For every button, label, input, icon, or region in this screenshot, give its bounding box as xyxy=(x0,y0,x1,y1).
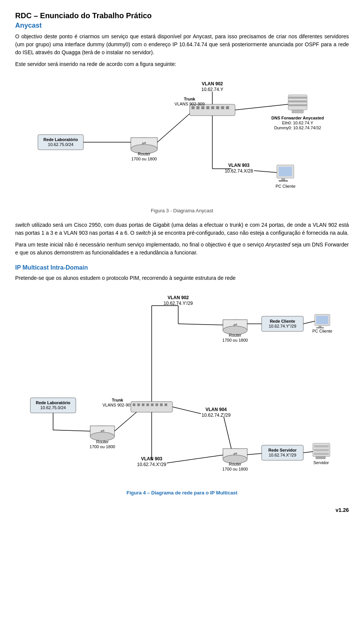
svg-text:10.62.74.Y''/29: 10.62.74.Y''/29 xyxy=(269,324,297,328)
svg-text:VLAN 904: VLAN 904 xyxy=(206,407,227,412)
svg-rect-67 xyxy=(133,403,135,406)
paragraph-4: Para um teste inicial não é necessário n… xyxy=(15,241,349,257)
svg-rect-73 xyxy=(160,403,163,406)
paragraph-2: Este servidor será inserido na rede de a… xyxy=(15,60,349,68)
svg-text:10.62.74.X'/29: 10.62.74.X'/29 xyxy=(137,462,166,467)
svg-line-61 xyxy=(178,324,223,325)
svg-text:⇌: ⇌ xyxy=(142,140,146,146)
svg-line-29 xyxy=(157,114,190,142)
svg-text:Dummy0: 10.62.74.74/32: Dummy0: 10.62.74.74/32 xyxy=(274,126,321,130)
svg-text:⇌: ⇌ xyxy=(100,428,105,434)
svg-rect-72 xyxy=(155,403,158,406)
svg-line-112 xyxy=(247,454,262,455)
svg-rect-110 xyxy=(316,457,325,459)
svg-rect-14 xyxy=(201,106,204,109)
svg-text:⇌: ⇌ xyxy=(233,451,237,457)
page-footer: v1.26 xyxy=(15,507,349,513)
svg-text:Router: Router xyxy=(229,333,241,337)
svg-rect-18 xyxy=(221,106,224,109)
version-label: v1.26 xyxy=(336,507,349,513)
svg-rect-57 xyxy=(318,326,322,327)
svg-text:10.62.74.Z'/29: 10.62.74.Z'/29 xyxy=(202,413,231,418)
svg-text:DNS Forwarder Anycasted: DNS Forwarder Anycasted xyxy=(271,116,324,120)
svg-text:Rede Servidor: Rede Servidor xyxy=(268,448,297,452)
svg-text:Rede Laboratório: Rede Laboratório xyxy=(43,137,78,142)
svg-text:VLAN 902: VLAN 902 xyxy=(202,81,223,86)
svg-rect-3 xyxy=(288,97,307,99)
svg-rect-6 xyxy=(292,110,303,113)
svg-text:10.62.74.Y: 10.62.74.Y xyxy=(201,87,223,92)
svg-rect-107 xyxy=(314,445,329,447)
svg-text:Router: Router xyxy=(229,462,241,466)
svg-text:VLANS 902-909: VLANS 902-909 xyxy=(174,102,205,106)
svg-rect-66 xyxy=(131,402,173,412)
svg-rect-19 xyxy=(226,106,229,109)
svg-rect-40 xyxy=(281,178,285,180)
page-title: RDC – Enunciado do Trabalho Prático xyxy=(15,11,349,20)
svg-rect-71 xyxy=(151,403,154,406)
svg-text:PC Cliente: PC Cliente xyxy=(276,184,296,188)
svg-text:PC Cliente: PC Cliente xyxy=(312,329,333,333)
section2-title: IP Multicast Intra-Domain xyxy=(15,264,349,271)
svg-rect-13 xyxy=(196,106,199,109)
svg-line-102 xyxy=(224,417,231,449)
svg-rect-108 xyxy=(314,449,329,451)
svg-line-43 xyxy=(254,171,277,173)
svg-text:10.62.74.X/28: 10.62.74.X/28 xyxy=(225,168,253,174)
svg-text:1700 ou 1800: 1700 ou 1800 xyxy=(131,157,157,161)
diagram-3: VLAN 902 10.62.74.Y DNS Forwarder Anycas… xyxy=(15,76,349,213)
section1-title: Anycast xyxy=(15,22,349,30)
svg-rect-12 xyxy=(191,106,195,109)
diagram4-svg: VLAN 902 10.62.74.Y'/29 ⇌ Router 1700 ou… xyxy=(19,290,345,487)
svg-text:Router: Router xyxy=(96,439,108,444)
svg-rect-5 xyxy=(288,104,307,106)
svg-line-91 xyxy=(173,407,201,414)
svg-rect-39 xyxy=(279,167,292,176)
paragraph-5: Pretende-se que os alunos estudem o prot… xyxy=(15,274,349,282)
paragraph-3: switch utilizado será um Cisco 2950, com… xyxy=(15,221,349,237)
svg-line-101 xyxy=(167,455,223,463)
svg-text:⇌: ⇌ xyxy=(233,322,237,328)
svg-text:10.62.75.0/24: 10.62.75.0/24 xyxy=(48,142,73,147)
svg-text:Eth0: 10.62.74.Y: Eth0: 10.62.74.Y xyxy=(282,121,314,125)
svg-rect-109 xyxy=(314,453,329,455)
svg-line-86 xyxy=(115,412,136,431)
svg-line-20 xyxy=(235,104,288,110)
svg-rect-74 xyxy=(165,403,167,406)
svg-text:1700 ou 1800: 1700 ou 1800 xyxy=(222,467,248,471)
svg-text:10.62.74.X''/29: 10.62.74.X''/29 xyxy=(269,453,297,457)
svg-rect-58 xyxy=(316,327,324,328)
svg-text:Trunk: Trunk xyxy=(184,97,196,101)
svg-rect-69 xyxy=(142,403,144,406)
paragraph-1: O objectivo deste ponto é criarmos um se… xyxy=(15,33,349,56)
svg-rect-56 xyxy=(316,316,328,324)
svg-text:VLAN 902: VLAN 902 xyxy=(168,295,189,300)
svg-text:VLAN 903: VLAN 903 xyxy=(228,163,249,168)
diagram3-svg: VLAN 902 10.62.74.Y DNS Forwarder Anycas… xyxy=(27,76,337,205)
svg-text:Servidor: Servidor xyxy=(314,460,329,465)
fig3-caption: Figura 3 - Diagrama Anycast xyxy=(151,208,213,213)
svg-text:Rede Cliente: Rede Cliente xyxy=(270,319,295,323)
svg-rect-68 xyxy=(137,403,140,406)
svg-text:Rede Laboratório: Rede Laboratório xyxy=(36,400,70,405)
svg-rect-16 xyxy=(211,106,214,109)
svg-rect-4 xyxy=(288,100,307,102)
svg-line-113 xyxy=(303,452,313,453)
svg-text:10.62.75.0/24: 10.62.75.0/24 xyxy=(40,405,66,410)
svg-rect-17 xyxy=(216,106,219,109)
svg-rect-41 xyxy=(279,180,288,182)
svg-text:10.62.74.Y'/29: 10.62.74.Y'/29 xyxy=(163,301,193,306)
svg-rect-15 xyxy=(206,106,209,109)
svg-text:Router: Router xyxy=(138,152,150,156)
svg-line-63 xyxy=(303,321,315,324)
diagram-4: VLAN 902 10.62.74.Y'/29 ⇌ Router 1700 ou… xyxy=(15,290,349,496)
svg-text:1700 ou 1800: 1700 ou 1800 xyxy=(89,444,115,449)
svg-line-85 xyxy=(53,430,90,431)
svg-text:VLANS 902-909: VLANS 902-909 xyxy=(102,403,133,407)
svg-text:1700 ou 1800: 1700 ou 1800 xyxy=(222,338,248,342)
fig4-caption: Figura 4 – Diagrama de rede para o IP Mu… xyxy=(127,490,237,496)
svg-rect-70 xyxy=(146,403,149,406)
svg-text:Trunk: Trunk xyxy=(112,398,124,402)
